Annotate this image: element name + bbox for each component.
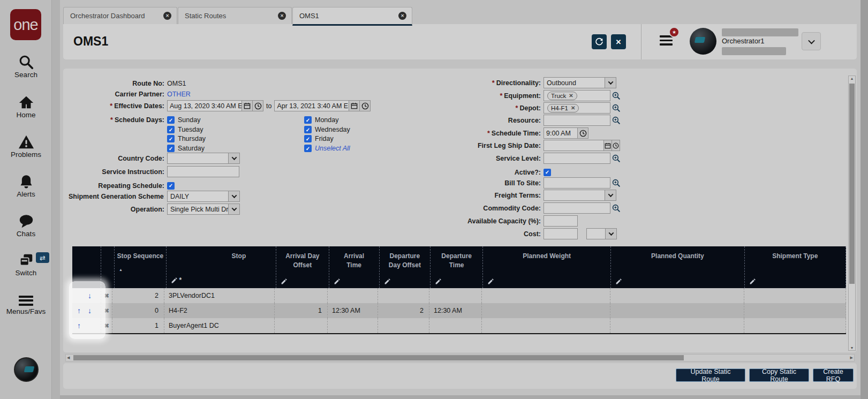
- sidebar-item-chats[interactable]: Chats: [0, 213, 52, 238]
- switch-badge[interactable]: ⇄: [36, 252, 49, 263]
- sidebar-item-home[interactable]: Home: [0, 94, 52, 119]
- calendar-icon-button[interactable]: [349, 100, 360, 111]
- chevron-down-icon[interactable]: [228, 153, 239, 163]
- checkbox-saturday[interactable]: [167, 145, 175, 152]
- copy-static-route-button[interactable]: Copy Static Route: [749, 368, 809, 382]
- tab-oms1-active[interactable]: OMS1 ✕: [292, 7, 412, 26]
- service-instruction-input[interactable]: [167, 166, 239, 177]
- magnifier-lookup-icon[interactable]: [612, 92, 621, 100]
- checkbox-tuesday[interactable]: [167, 126, 175, 133]
- tab-static-routes[interactable]: Static Routes ✕: [178, 7, 292, 24]
- shipment-generation-scheme-select[interactable]: DAILY: [167, 191, 240, 202]
- close-record-button[interactable]: ✕: [611, 34, 626, 49]
- scroll-up-arrow[interactable]: ▲: [849, 77, 855, 80]
- column-header-stop[interactable]: Stop *: [167, 246, 276, 288]
- sidebar-item-problems[interactable]: Problems: [0, 134, 52, 159]
- edit-column-icon[interactable]: [281, 278, 288, 285]
- sidebar-item-alerts[interactable]: Alerts: [0, 174, 52, 198]
- calendar-icon-button[interactable]: [241, 100, 253, 111]
- edit-column-icon[interactable]: [171, 277, 178, 284]
- user-avatar[interactable]: [690, 28, 716, 55]
- close-icon[interactable]: ✕: [398, 12, 406, 20]
- scroll-down-arrow[interactable]: ▼: [849, 346, 855, 350]
- edit-column-icon[interactable]: [487, 278, 494, 285]
- clock-icon-button[interactable]: [359, 100, 371, 111]
- unselect-all-link[interactable]: Unselect All: [315, 145, 350, 152]
- vertical-scrollbar[interactable]: ▲ ▼: [848, 76, 856, 351]
- clock-icon-button[interactable]: [577, 127, 588, 139]
- create-rfq-button[interactable]: Create RFQ: [813, 368, 854, 382]
- edit-column-icon[interactable]: [435, 278, 442, 285]
- effective-from-input[interactable]: Aug 13, 2020 3:40 AM EDT: [167, 100, 242, 111]
- horizontal-scrollbar-thumb[interactable]: [73, 355, 684, 360]
- magnifier-lookup-icon[interactable]: [612, 179, 621, 187]
- operation-select[interactable]: Single Pick Multi Drop: [167, 204, 240, 215]
- delete-row-icon[interactable]: ✖: [101, 303, 112, 318]
- available-capacity-input[interactable]: [544, 215, 578, 227]
- clock-icon-button[interactable]: [612, 140, 620, 151]
- effective-to-input[interactable]: Apr 13, 2021 3:40 AM EDT: [274, 100, 349, 111]
- checkbox-repeating-schedule[interactable]: [167, 182, 175, 190]
- sort-ascending-icon[interactable]: ▲: [119, 265, 123, 274]
- remove-token-icon[interactable]: ✕: [569, 93, 573, 99]
- chevron-down-icon[interactable]: [228, 204, 239, 214]
- checkbox-wednesday[interactable]: [304, 126, 312, 133]
- edit-column-icon[interactable]: [749, 278, 756, 285]
- sidebar-item-search[interactable]: Search: [0, 54, 52, 79]
- first-leg-ship-date-input[interactable]: [544, 140, 604, 151]
- equipment-input[interactable]: Truck✕: [544, 90, 610, 101]
- edit-column-icon[interactable]: [615, 278, 622, 285]
- service-level-input[interactable]: [544, 153, 610, 164]
- refresh-button[interactable]: [592, 34, 607, 49]
- checkbox-active[interactable]: [544, 169, 551, 176]
- move-up-arrow[interactable]: ↑: [77, 303, 81, 318]
- close-icon[interactable]: ✕: [278, 12, 286, 20]
- column-header-planned-quantity[interactable]: Planned Quantity: [611, 246, 744, 288]
- checkbox-sunday[interactable]: [167, 116, 175, 124]
- edit-column-icon[interactable]: [384, 278, 391, 285]
- scroll-left-arrow[interactable]: ◀: [67, 356, 70, 360]
- column-header-arrival-day-offset[interactable]: Arrival Day Offset: [276, 246, 329, 288]
- clock-icon-button[interactable]: [252, 100, 263, 111]
- column-header-arrival-time[interactable]: Arrival Time: [329, 246, 380, 288]
- move-down-arrow[interactable]: ↓: [88, 303, 92, 318]
- schedule-time-input[interactable]: 9:00 AM: [544, 127, 578, 139]
- column-header-departure-day-offset[interactable]: Departure Day Offset: [380, 246, 431, 288]
- magnifier-lookup-icon[interactable]: [612, 116, 621, 125]
- close-icon[interactable]: ✕: [163, 12, 171, 20]
- chevron-down-icon[interactable]: [605, 78, 616, 88]
- calendar-icon-button[interactable]: [603, 140, 612, 151]
- table-row-selected[interactable]: ↑↓ ✖ 0 H4-F2 1 12:30 AM 2 12:30 AM: [72, 303, 846, 318]
- depot-input[interactable]: H4-F1✕: [544, 102, 610, 114]
- one-network-logo[interactable]: one: [10, 9, 41, 40]
- magnifier-lookup-icon[interactable]: [612, 104, 621, 112]
- tab-orchestrator-dashboard[interactable]: Orchestrator Dashboard ✕: [63, 7, 177, 24]
- column-header-planned-weight[interactable]: Planned Weight: [483, 246, 611, 288]
- column-header-departure-time[interactable]: Departure Time: [431, 246, 483, 288]
- vertical-scrollbar-thumb[interactable]: [849, 84, 855, 284]
- table-row[interactable]: ↓ ✖ 2 3PLVendorDC1: [72, 288, 846, 303]
- cost-input[interactable]: [544, 228, 578, 239]
- column-header-shipment-type[interactable]: Shipment Type: [745, 246, 846, 288]
- carrier-partner-link[interactable]: OTHER: [167, 91, 191, 98]
- freight-terms-select[interactable]: [544, 190, 616, 201]
- update-static-route-button[interactable]: Update Static Route: [676, 368, 745, 382]
- delete-row-icon[interactable]: ✖: [101, 288, 112, 303]
- move-up-arrow[interactable]: ↑: [77, 318, 81, 333]
- scroll-right-arrow[interactable]: ▶: [850, 356, 853, 360]
- sidebar-item-menus-favs[interactable]: Menus/Favs: [0, 292, 52, 315]
- commodity-code-input[interactable]: [544, 202, 610, 214]
- checkbox-friday[interactable]: [304, 135, 312, 142]
- delete-row-icon[interactable]: ✖: [101, 318, 112, 333]
- edit-column-icon[interactable]: [334, 278, 341, 285]
- resource-input[interactable]: [544, 115, 610, 126]
- checkbox-thursday[interactable]: [167, 135, 175, 142]
- checkbox-unselect-all[interactable]: [304, 145, 312, 152]
- country-code-select[interactable]: [167, 153, 240, 164]
- checkbox-monday[interactable]: [304, 116, 312, 124]
- column-header-stop-sequence[interactable]: Stop Sequence ▲: [115, 246, 167, 288]
- user-dropdown-button[interactable]: [802, 32, 821, 50]
- cost-currency-select[interactable]: [586, 228, 617, 239]
- chevron-down-icon[interactable]: [605, 229, 616, 239]
- bill-to-site-input[interactable]: [544, 177, 610, 189]
